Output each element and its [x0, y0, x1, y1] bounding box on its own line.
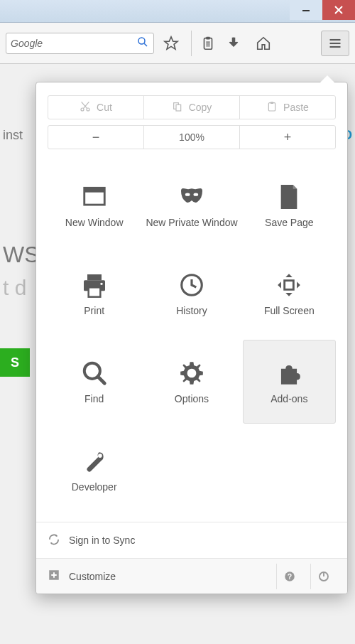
full-screen-label: Full Screen [264, 305, 315, 317]
bg-button: S [0, 348, 30, 377]
puzzle-icon [275, 359, 303, 387]
copy-button[interactable]: Copy [144, 96, 240, 119]
browser-toolbar [0, 23, 355, 64]
minimize-button[interactable] [290, 0, 322, 20]
svg-rect-17 [84, 188, 104, 192]
sync-icon [48, 533, 60, 548]
svg-rect-0 [302, 10, 310, 11]
save-page-button[interactable]: Save Page [243, 163, 336, 247]
svg-point-28 [98, 454, 102, 458]
new-private-window-label: New Private Window [146, 217, 237, 229]
paste-button[interactable]: Paste [240, 96, 335, 119]
quit-button[interactable] [310, 564, 336, 589]
new-window-button[interactable]: New Window [48, 163, 141, 247]
search-icon[interactable] [136, 36, 149, 51]
bg-text: inst [3, 128, 23, 143]
help-button[interactable]: ? [276, 564, 302, 589]
find-label: Find [84, 393, 104, 405]
zoom-in-button[interactable]: + [240, 126, 335, 149]
print-label: Print [84, 305, 104, 317]
sync-label: Sign in to Sync [69, 535, 135, 546]
bg-text: t d [3, 276, 26, 300]
developer-label: Developer [72, 481, 117, 493]
svg-point-23 [100, 282, 102, 284]
svg-rect-14 [268, 102, 275, 110]
gear-icon [178, 359, 206, 387]
edit-row: Cut Copy Paste [48, 95, 336, 119]
scissors-icon [80, 101, 91, 114]
history-button[interactable]: History [145, 252, 238, 336]
downloads-icon[interactable] [221, 31, 246, 56]
magnifier-icon [80, 359, 109, 387]
developer-button[interactable]: Developer [48, 428, 141, 512]
options-button[interactable]: Options [145, 340, 238, 424]
svg-point-19 [193, 193, 198, 195]
addons-button[interactable]: Add-ons [243, 340, 336, 424]
zoom-row: − 100% + [48, 125, 336, 149]
customize-button[interactable]: Customize [69, 571, 116, 582]
copy-label: Copy [189, 102, 212, 113]
svg-point-27 [187, 369, 195, 377]
svg-rect-20 [87, 274, 102, 280]
save-page-label: Save Page [265, 217, 314, 229]
close-button[interactable] [322, 0, 355, 20]
customize-row: Customize ? [36, 558, 347, 594]
find-button[interactable]: Find [48, 340, 141, 424]
search-input[interactable] [11, 38, 136, 49]
zoom-out-button[interactable]: − [48, 126, 144, 149]
svg-rect-25 [285, 280, 294, 289]
sync-button[interactable]: Sign in to Sync [36, 522, 347, 558]
history-label: History [176, 305, 207, 317]
menu-footer: Sign in to Sync Customize ? [36, 522, 347, 594]
options-label: Options [175, 393, 209, 405]
cut-label: Cut [97, 102, 112, 113]
zoom-level: 100% [144, 126, 240, 149]
paste-icon [266, 101, 278, 114]
search-box[interactable] [6, 33, 154, 54]
svg-rect-3 [206, 36, 210, 39]
svg-rect-22 [88, 287, 100, 296]
fullscreen-icon [275, 271, 303, 299]
page-icon [275, 183, 303, 211]
svg-point-1 [138, 38, 145, 44]
printer-icon [80, 271, 109, 299]
window-titlebar [0, 0, 355, 23]
new-window-label: New Window [65, 217, 124, 229]
full-screen-button[interactable]: Full Screen [243, 252, 336, 336]
cut-button[interactable]: Cut [48, 96, 144, 119]
bookmark-star-icon[interactable] [158, 31, 184, 56]
svg-point-18 [185, 193, 190, 195]
home-icon[interactable] [251, 31, 276, 56]
mask-icon [178, 183, 206, 211]
svg-text:?: ? [287, 571, 291, 580]
wrench-icon [80, 447, 109, 476]
bg-text: WS [3, 242, 40, 268]
svg-rect-15 [271, 102, 273, 104]
clipboard-icon[interactable] [191, 31, 217, 56]
clock-icon [178, 271, 206, 299]
window-icon [80, 183, 109, 211]
hamburger-menu-panel: Cut Copy Paste − 100% + New Window [36, 82, 348, 594]
addons-label: Add-ons [271, 393, 307, 405]
plus-box-icon [48, 569, 60, 584]
copy-icon [172, 101, 183, 114]
print-button[interactable]: Print [48, 252, 141, 336]
menu-button[interactable] [321, 31, 349, 56]
paste-label: Paste [283, 102, 309, 113]
menu-grid: New Window New Private Window Save Page … [48, 163, 336, 512]
new-private-window-button[interactable]: New Private Window [145, 163, 238, 247]
svg-rect-13 [176, 104, 181, 111]
